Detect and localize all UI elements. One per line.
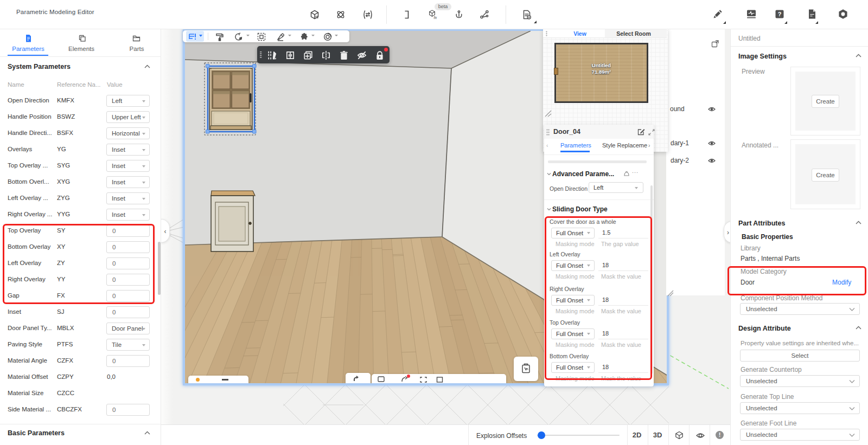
svg-text:?: ? [778,11,782,17]
svg-text:fx: fx [434,15,437,20]
